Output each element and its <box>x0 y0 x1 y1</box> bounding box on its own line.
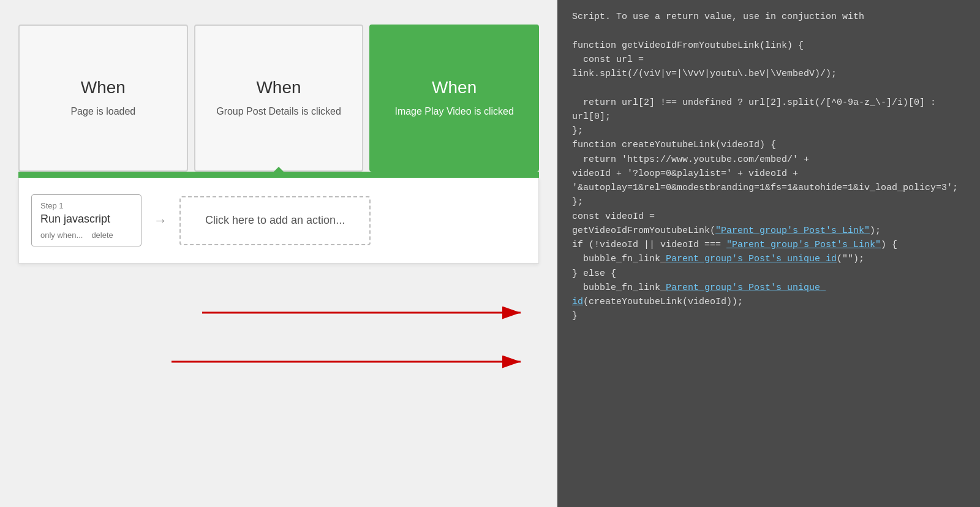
add-action-box[interactable]: Click here to add an action... <box>179 196 371 245</box>
when-card-group-post[interactable]: When Group Post Details is clicked <box>194 25 364 172</box>
step-name: Run javascript <box>40 213 132 226</box>
when-card-title-2: When <box>256 78 301 97</box>
code-blue-3: Parent group's Post's unique id <box>666 254 837 264</box>
when-cards-row: When Page is loaded When Group Post Deta… <box>0 0 557 172</box>
code-blue-2: "Parent group's Post's Link" <box>726 240 881 250</box>
right-panel: Script. To use a return value, use in co… <box>557 0 980 507</box>
action-area: Step 1 Run javascript only when... delet… <box>18 178 539 264</box>
code-line-11: const videoId = <box>572 210 965 224</box>
step-box[interactable]: Step 1 Run javascript only when... delet… <box>31 194 141 246</box>
code-intro: Script. To use a return value, use in co… <box>572 10 965 24</box>
code-line-8: videoId + '?loop=0&playlist=' + videoId … <box>572 167 965 181</box>
code-line-3: link.split(/(viV|v=|\VvV|youtu\.beV|\Vem… <box>572 67 965 96</box>
code-line-14: bubble_fn_link_Parent group's Post's uni… <box>572 252 965 266</box>
step-actions: only when... delete <box>40 231 132 240</box>
code-blue-1: "Parent group's Post's Link" <box>715 226 870 236</box>
delete-link[interactable]: delete <box>91 231 113 240</box>
code-line-16: bubble_fn_link_Parent group's Post's uni… <box>572 281 965 310</box>
when-card-page-loaded[interactable]: When Page is loaded <box>18 25 188 172</box>
code-line-4: return url[2] !== undefined ? url[2].spl… <box>572 96 965 124</box>
left-panel: When Page is loaded When Group Post Deta… <box>0 0 557 507</box>
code-blue-4: Parent group's Post's unique id <box>572 283 826 307</box>
code-line-6: function createYoutubeLink(videoId) { <box>572 138 965 152</box>
code-line-2: const url = <box>572 53 965 67</box>
code-line-13: if (!videoId || videoId === "Parent grou… <box>572 238 965 252</box>
green-separator <box>18 172 539 178</box>
when-card-subtitle-3: Image Play Video is clicked <box>394 105 513 118</box>
code-line-7: return 'https://www.youtube.com/embed/' … <box>572 153 965 167</box>
when-card-image-play[interactable]: When Image Play Video is clicked <box>369 25 539 172</box>
code-line-15: } else { <box>572 267 965 281</box>
when-card-subtitle-2: Group Post Details is clicked <box>216 105 341 118</box>
code-line-5: }; <box>572 124 965 138</box>
step-label: Step 1 <box>40 201 132 210</box>
code-line-10: }; <box>572 195 965 209</box>
only-when-link[interactable]: only when... <box>40 231 83 240</box>
when-card-subtitle-1: Page is loaded <box>70 105 135 118</box>
code-line-9: '&autoplay=1&rel=0&modestbranding=1&fs=1… <box>572 181 965 195</box>
red-arrows-svg <box>18 276 539 398</box>
code-line-12: getVideoIdFromYoutubeLink("Parent group'… <box>572 224 965 238</box>
step-arrow-icon: → <box>154 213 167 229</box>
when-card-title-1: When <box>81 78 126 97</box>
red-arrows-area <box>18 276 539 398</box>
code-line-17: } <box>572 309 965 323</box>
when-card-title-3: When <box>432 78 477 97</box>
code-line-1: function getVideoIdFromYoutubeLink(link)… <box>572 39 965 53</box>
